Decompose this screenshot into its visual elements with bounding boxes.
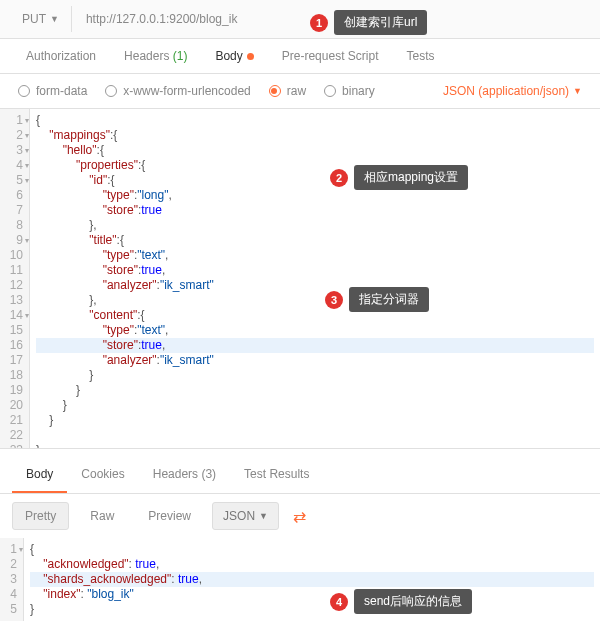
chevron-down-icon: ▼ bbox=[259, 511, 268, 521]
callout-2-text: 相应mapping设置 bbox=[354, 165, 468, 190]
callout-3-text: 指定分词器 bbox=[349, 287, 429, 312]
rtab-body[interactable]: Body bbox=[12, 457, 67, 493]
rtab-cookies[interactable]: Cookies bbox=[67, 457, 138, 493]
content-type-select[interactable]: JSON (application/json)▼ bbox=[443, 84, 582, 98]
tab-headers[interactable]: Headers (1) bbox=[110, 39, 201, 73]
tab-authorization[interactable]: Authorization bbox=[12, 39, 110, 73]
radio-binary[interactable]: binary bbox=[324, 84, 375, 98]
callout-1-text: 创建索引库url bbox=[334, 10, 427, 35]
request-body-editor[interactable]: 1234567891011121314151617181920212223 { … bbox=[0, 109, 600, 449]
callout-2-num: 2 bbox=[330, 169, 348, 187]
wrap-icon[interactable]: ⇄ bbox=[287, 507, 312, 526]
raw-button[interactable]: Raw bbox=[77, 502, 127, 530]
tab-body[interactable]: Body bbox=[201, 39, 267, 73]
response-body-editor[interactable]: 12345 { "acknowledged": true, "shards_ac… bbox=[0, 538, 600, 621]
format-select[interactable]: JSON▼ bbox=[212, 502, 279, 530]
rtab-tests[interactable]: Test Results bbox=[230, 457, 323, 493]
callout-3-num: 3 bbox=[325, 291, 343, 309]
http-method-select[interactable]: PUT ▼ bbox=[10, 6, 72, 32]
rtab-headers[interactable]: Headers (3) bbox=[139, 457, 230, 493]
callout-4-num: 4 bbox=[330, 593, 348, 611]
radio-form-data[interactable]: form-data bbox=[18, 84, 87, 98]
chevron-down-icon: ▼ bbox=[573, 86, 582, 96]
radio-raw[interactable]: raw bbox=[269, 84, 306, 98]
radio-urlencoded[interactable]: x-www-form-urlencoded bbox=[105, 84, 250, 98]
pretty-button[interactable]: Pretty bbox=[12, 502, 69, 530]
gutter: 1234567891011121314151617181920212223 bbox=[0, 109, 30, 448]
gutter: 12345 bbox=[0, 538, 24, 621]
code-area[interactable]: { "acknowledged": true, "shards_acknowle… bbox=[24, 538, 600, 621]
method-label: PUT bbox=[22, 12, 46, 26]
body-type-row: form-data x-www-form-urlencoded raw bina… bbox=[0, 74, 600, 109]
callout-1-num: 1 bbox=[310, 14, 328, 32]
request-tabs: Authorization Headers (1) Body Pre-reque… bbox=[0, 39, 600, 74]
chevron-down-icon: ▼ bbox=[50, 14, 59, 24]
dot-icon bbox=[247, 53, 254, 60]
response-tabs: Body Cookies Headers (3) Test Results bbox=[0, 457, 600, 494]
callout-4-text: send后响应的信息 bbox=[354, 589, 472, 614]
tab-tests[interactable]: Tests bbox=[392, 39, 448, 73]
code-area[interactable]: { "mappings":{ "hello":{ "properties":{ … bbox=[30, 109, 600, 448]
tab-prereq[interactable]: Pre-request Script bbox=[268, 39, 393, 73]
response-toolbar: Pretty Raw Preview JSON▼ ⇄ bbox=[0, 494, 600, 538]
preview-button[interactable]: Preview bbox=[135, 502, 204, 530]
